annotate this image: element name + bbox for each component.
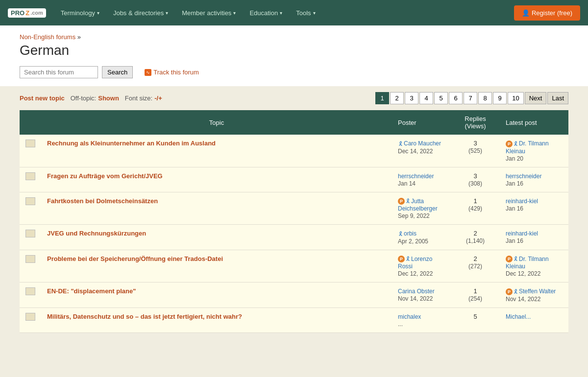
post-new-topic-link[interactable]: Post new topic	[20, 94, 65, 102]
nav-terminology[interactable]: Terminology ▾	[56, 6, 104, 20]
page-4-button[interactable]: 4	[419, 92, 433, 104]
post-type-icon	[25, 287, 35, 295]
replies-views: (254)	[468, 295, 482, 302]
ribbon-badge: 🎗	[398, 231, 404, 237]
chevron-down-icon: ▾	[166, 10, 168, 16]
replies-count: 2	[473, 230, 477, 237]
search-input[interactable]	[20, 66, 98, 78]
pro-badge: P	[506, 141, 513, 147]
row-icon-cell	[20, 167, 41, 192]
topic-link[interactable]: Fragen zu Aufträge vom Gericht/JVEG	[47, 172, 163, 180]
post-type-icon	[25, 255, 35, 263]
topic-link[interactable]: EN-DE: "displacement plane"	[47, 287, 136, 295]
fontsize-controls[interactable]: -/+	[154, 94, 162, 102]
breadcrumb-separator: »	[77, 33, 81, 41]
poster-cell: herrschneiderJan 14	[392, 167, 451, 192]
topic-cell: JVEG und Rechnungskürzungen	[41, 225, 392, 250]
page-9-button[interactable]: 9	[493, 92, 507, 104]
replies-cell: 3(308)	[451, 167, 500, 192]
poster-date: Dec 12, 2022	[398, 270, 433, 277]
latest-poster-link[interactable]: Michael...	[506, 313, 531, 320]
poster-name-link[interactable]: Carina Obster	[398, 288, 435, 295]
col-header-poster: Poster	[392, 110, 451, 135]
poster-cell: michalex...	[392, 307, 451, 332]
post-type-icon	[25, 172, 35, 180]
latest-cell: P🎗Steffen WalterNov 14, 2022	[500, 283, 568, 308]
post-type-icon	[25, 313, 35, 321]
table-body: Rechnung als Kleinunternehmer an Kunden …	[20, 135, 568, 332]
poster-date: Jan 14	[398, 180, 416, 187]
poster-name-link[interactable]: orbis	[404, 230, 416, 237]
nav-terminology-label: Terminology	[61, 9, 95, 17]
latest-poster-link[interactable]: Steffen Walter	[519, 288, 556, 295]
replies-count: 1	[473, 287, 477, 295]
page-1-button[interactable]: 1	[375, 92, 389, 104]
poster-name-link[interactable]: Caro Maucher	[404, 140, 441, 147]
table-row: Fahrtkosten bei DolmetscheinsätzenP🎗Jutt…	[20, 192, 568, 225]
rss-icon: ∿	[145, 69, 151, 76]
register-button[interactable]: 👤 Register (free)	[514, 5, 580, 21]
latest-date: Jan 20	[506, 155, 523, 162]
page-5-button[interactable]: 5	[434, 92, 448, 104]
table-row: Fragen zu Aufträge vom Gericht/JVEGherrs…	[20, 167, 568, 192]
track-label: Track this forum	[153, 69, 199, 76]
row-icon-cell	[20, 135, 41, 167]
latest-poster-link[interactable]: reinhard-kiel	[506, 230, 538, 237]
nav-tools[interactable]: Tools ▾	[291, 6, 320, 20]
topic-cell: Probleme bei der Speicherung/Öffnung ein…	[41, 250, 392, 283]
nav-jobs-label: Jobs & directories	[113, 9, 164, 17]
next-page-button[interactable]: Next	[525, 92, 547, 104]
replies-views: (1,140)	[466, 237, 485, 244]
replies-cell: 1(254)	[451, 283, 500, 308]
latest-date: Jan 16	[506, 180, 523, 187]
pro-badge: P	[506, 256, 513, 262]
topic-cell: Fahrtkosten bei Dolmetscheinsätzen	[41, 192, 392, 225]
poster-date: ...	[398, 321, 403, 328]
col-header-latest: Latest post	[500, 110, 568, 135]
toolbar: Post new topic Off-topic: Shown Font siz…	[0, 86, 588, 110]
page-title: German	[20, 41, 568, 66]
page-10-button[interactable]: 10	[508, 92, 523, 104]
page-2-button[interactable]: 2	[390, 92, 404, 104]
replies-count: 3	[473, 140, 477, 147]
topic-link[interactable]: Rechnung als Kleinunternehmer an Kunden …	[47, 140, 216, 147]
poster-name-link[interactable]: herrschneider	[398, 173, 434, 180]
latest-cell: Michael...	[500, 307, 568, 332]
search-button[interactable]: Search	[102, 66, 133, 78]
col-header-replies: Replies(Views)	[451, 110, 500, 135]
page-8-button[interactable]: 8	[478, 92, 492, 104]
latest-poster-link[interactable]: reinhard-kiel	[506, 198, 538, 205]
register-icon: 👤	[522, 9, 530, 17]
breadcrumb-area: Non-English forums » German	[0, 25, 588, 66]
replies-cell: 5	[451, 307, 500, 332]
post-type-icon	[25, 140, 35, 147]
ribbon-badge: 🎗	[398, 141, 404, 147]
offtopic-shown[interactable]: Shown	[98, 94, 119, 102]
nav-education[interactable]: Education ▾	[245, 6, 287, 20]
track-forum-link[interactable]: ∿ Track this forum	[145, 69, 199, 76]
latest-cell: P🎗Dr. Tilmann KleinauDec 12, 2022	[500, 250, 568, 283]
fontsize-label: Font size:	[125, 94, 152, 102]
nav-education-label: Education	[249, 9, 278, 17]
site-logo[interactable]: PROZ.com	[8, 8, 46, 18]
topic-link[interactable]: Probleme bei der Speicherung/Öffnung ein…	[47, 255, 223, 262]
last-page-button[interactable]: Last	[547, 92, 568, 104]
pro-badge: P	[398, 198, 405, 205]
table-row: Militärs, Datenschutz und so – das ist j…	[20, 307, 568, 332]
latest-poster-link[interactable]: herrschneider	[506, 173, 541, 180]
nav-jobs[interactable]: Jobs & directories ▾	[108, 6, 173, 20]
topic-link[interactable]: JVEG und Rechnungskürzungen	[47, 230, 146, 237]
topic-link[interactable]: Militärs, Datenschutz und so – das ist j…	[47, 313, 242, 320]
post-type-icon	[25, 230, 35, 237]
poster-cell: 🎗orbisApr 2, 2005	[392, 225, 451, 250]
page-3-button[interactable]: 3	[405, 92, 418, 104]
chevron-down-icon: ▾	[233, 10, 236, 16]
page-7-button[interactable]: 7	[464, 92, 477, 104]
topic-link[interactable]: Fahrtkosten bei Dolmetscheinsätzen	[47, 197, 158, 205]
nav-tools-label: Tools	[296, 9, 311, 17]
poster-name-link[interactable]: michalex	[398, 313, 421, 320]
page-6-button[interactable]: 6	[449, 92, 463, 104]
breadcrumb-parent-link[interactable]: Non-English forums	[20, 33, 75, 41]
latest-date: Jan 16	[506, 205, 523, 212]
nav-member-activities[interactable]: Member activities ▾	[177, 6, 241, 20]
